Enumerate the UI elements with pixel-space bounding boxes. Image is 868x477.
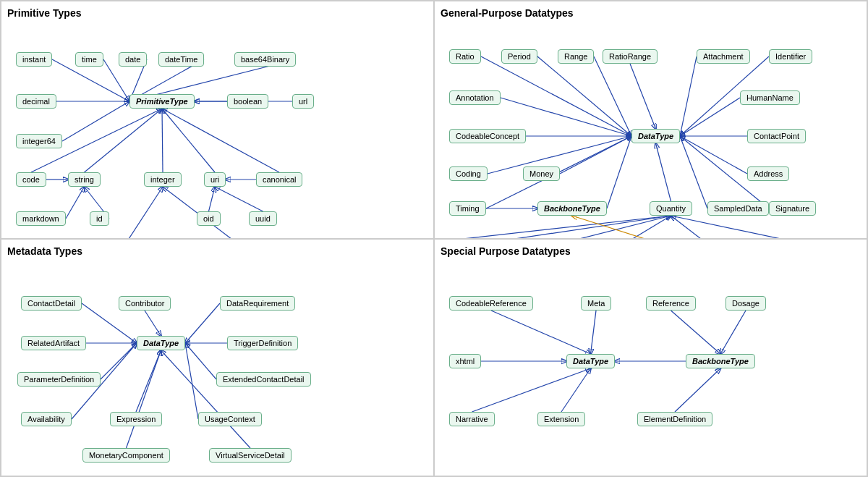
quadrant-special: Special Purpose Datatypes CodeableRefere…	[434, 239, 867, 477]
node-coding: Coding	[449, 166, 488, 181]
quadrant-general: General-Purpose Datatypes RatioPeriodRan…	[434, 1, 867, 239]
svg-line-34	[680, 136, 747, 174]
svg-line-11	[162, 109, 163, 172]
node-datarequirement: DataRequirement	[220, 296, 295, 311]
node-integer: integer	[144, 172, 182, 187]
svg-line-56	[136, 350, 161, 412]
node-period: Period	[501, 49, 537, 64]
svg-line-33	[560, 136, 631, 174]
node-oid: oid	[197, 211, 221, 226]
svg-line-41	[463, 216, 671, 239]
node-elementdefinition: ElementDefinition	[637, 412, 712, 426]
svg-line-13	[162, 109, 279, 172]
node-date: date	[119, 52, 147, 67]
node-address: Address	[747, 166, 789, 181]
svg-line-54	[185, 343, 216, 379]
svg-line-49	[145, 311, 161, 336]
svg-line-47	[572, 216, 668, 239]
node-uuid: uuid	[249, 211, 277, 226]
svg-line-8	[62, 101, 129, 141]
svg-line-26	[680, 56, 697, 136]
svg-line-59	[161, 350, 251, 448]
node-identifier: Identifier	[769, 49, 812, 64]
node-base64binary: base64Binary	[234, 52, 296, 67]
svg-line-17	[209, 187, 216, 211]
svg-line-57	[185, 343, 198, 419]
node-datatype2: DataType	[137, 336, 185, 350]
node-expression: Expression	[110, 412, 162, 426]
title-general: General-Purpose Datatypes	[441, 7, 861, 19]
svg-line-38	[607, 136, 631, 208]
svg-line-46	[671, 216, 781, 239]
svg-line-63	[720, 311, 746, 354]
node-datatype: DataType	[631, 129, 680, 143]
node-signature: Signature	[769, 201, 816, 216]
node-backbonetype: BackboneType	[537, 201, 607, 216]
node-uri: uri	[204, 172, 226, 187]
svg-line-68	[675, 368, 720, 412]
node-annotation: Annotation	[449, 90, 501, 105]
node-reference: Reference	[646, 296, 696, 311]
node-url: url	[292, 94, 314, 109]
node-markdown: markdown	[16, 211, 66, 226]
quadrant-metadata: Metadata Types ContactDetailContributorD…	[1, 239, 434, 477]
node-contributor: Contributor	[119, 296, 171, 311]
svg-line-40	[656, 143, 671, 201]
node-contactdetail: ContactDetail	[21, 296, 82, 311]
node-codeableconcept: CodeableConcept	[449, 129, 526, 143]
node-boolean: boolean	[227, 94, 268, 109]
node-backbonetype2: BackboneType	[686, 354, 755, 368]
node-id: id	[90, 211, 109, 226]
svg-line-44	[633, 216, 671, 239]
quadrant-primitive: Primitive Types instanttimedatedateTimeb…	[1, 1, 434, 239]
node-ratio: Ratio	[449, 49, 481, 64]
title-special: Special Purpose Datatypes	[441, 245, 861, 257]
node-timing: Timing	[449, 201, 486, 216]
node-datetime: dateTime	[158, 52, 204, 67]
svg-line-42	[515, 216, 671, 239]
node-dosage: Dosage	[726, 296, 766, 311]
svg-line-20	[124, 187, 163, 239]
svg-line-58	[127, 350, 161, 448]
node-instant: instant	[16, 52, 52, 67]
svg-line-15	[66, 187, 85, 219]
node-relatedartifact: RelatedArtifact	[21, 336, 86, 350]
node-attachment: Attachment	[697, 49, 750, 64]
node-extension: Extension	[537, 412, 585, 426]
svg-line-60	[491, 311, 591, 354]
node-range: Range	[558, 49, 594, 64]
svg-line-29	[680, 98, 740, 136]
node-canonical: canonical	[256, 172, 302, 187]
svg-line-62	[671, 311, 721, 354]
svg-line-23	[537, 56, 631, 136]
node-code: code	[16, 172, 46, 187]
title-primitive: Primitive Types	[7, 7, 427, 19]
node-usagecontext: UsageContext	[198, 412, 262, 426]
node-integer64: integer64	[16, 134, 62, 148]
node-sampleddata: SampledData	[707, 201, 769, 216]
node-humanname: HumanName	[740, 90, 800, 105]
svg-line-43	[579, 216, 671, 239]
node-money: Money	[523, 166, 560, 181]
node-time: time	[75, 52, 103, 67]
svg-line-67	[561, 368, 591, 412]
node-ratiorange: RatioRange	[603, 49, 658, 64]
node-triggerdefinition: TriggerDefinition	[227, 336, 298, 350]
node-codeablereference: CodeableReference	[449, 296, 533, 311]
svg-line-24	[594, 56, 631, 136]
node-narrative: Narrative	[449, 412, 495, 426]
node-decimal: decimal	[16, 94, 56, 109]
svg-line-22	[481, 56, 631, 136]
node-meta: Meta	[581, 296, 611, 311]
svg-line-61	[591, 311, 597, 354]
node-extendedcontactdetail: ExtendedContactDetail	[216, 372, 311, 387]
node-primitivetype: PrimitiveType	[129, 94, 195, 109]
title-metadata: Metadata Types	[7, 245, 427, 257]
node-datatype3: DataType	[566, 354, 615, 368]
node-quantity: Quantity	[650, 201, 692, 216]
main-container: Primitive Types instanttimedatedateTimeb…	[0, 0, 868, 477]
svg-line-50	[185, 303, 220, 343]
svg-line-25	[630, 64, 656, 129]
svg-line-12	[162, 109, 215, 172]
svg-line-10	[85, 109, 163, 172]
